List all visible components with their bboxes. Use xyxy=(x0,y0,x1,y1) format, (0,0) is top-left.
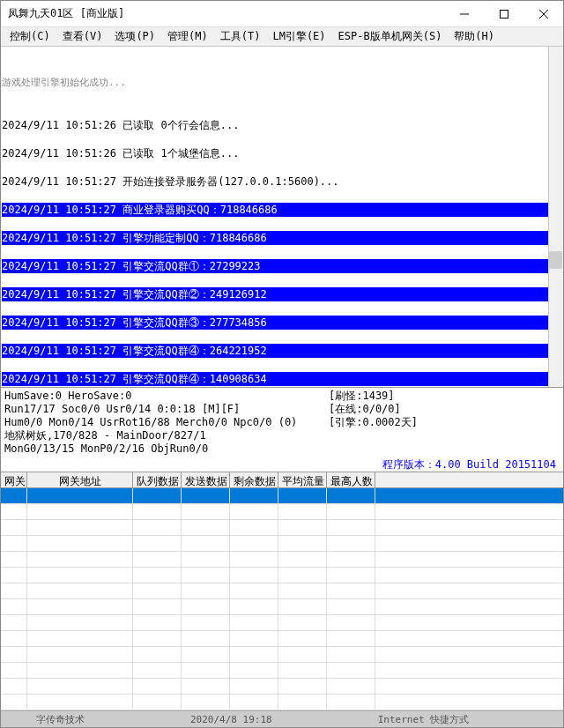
col-avg[interactable]: 平均流量 xyxy=(278,472,327,487)
col-send[interactable]: 发送数据 xyxy=(182,472,230,487)
grid-row[interactable] xyxy=(1,552,563,568)
log-line: 2024/9/11 10:51:27 开始连接登录服务器(127.0.0.1:5… xyxy=(2,175,562,189)
col-address[interactable]: 网关地址 xyxy=(27,472,133,487)
grid-row[interactable] xyxy=(1,536,563,552)
close-icon xyxy=(539,10,548,19)
log-panel[interactable]: 游戏处理引擎初始化成功... 2024/9/11 10:51:26 已读取 0个… xyxy=(1,47,563,387)
maximize-button[interactable] xyxy=(484,1,523,26)
taskbar-item: Internet 快捷方式 xyxy=(378,713,470,726)
menu-help[interactable]: 帮助(H) xyxy=(449,27,500,46)
status-right: [刷怪:1439] [在线:0/0/0] [引擎:0.0002天] xyxy=(325,388,563,457)
col-remain[interactable]: 剩余数据 xyxy=(230,472,278,487)
log-line: 2024/9/11 10:51:26 已读取 0个行会信息... xyxy=(2,118,562,132)
log-line: 2024/9/11 10:51:27 引擎交流QQ群①：27299223 xyxy=(2,259,562,273)
app-window: 凤舞九天01区 [商业版] 控制(C) 查看(V) 选项(P) 管理(M) 工具… xyxy=(0,0,564,728)
grid-row[interactable] xyxy=(1,599,563,615)
menu-tools[interactable]: 工具(T) xyxy=(215,27,266,46)
menu-view[interactable]: 查看(V) xyxy=(57,27,108,46)
grid-row[interactable] xyxy=(1,631,563,647)
status-line: HumSave:0 HeroSave:0 xyxy=(4,390,322,403)
log-line-partial: 游戏处理引擎初始化成功... xyxy=(2,76,562,90)
gateway-grid: 网关 网关地址 队列数据 发送数据 剩余数据 平均流量 最高人数 xyxy=(1,472,563,710)
taskbar-item: 2020/4/8 19:18 xyxy=(190,714,272,725)
grid-row[interactable] xyxy=(1,504,563,520)
grid-row[interactable] xyxy=(1,663,563,679)
log-line: 2024/9/11 10:51:27 商业登录器购买QQ：718846686 xyxy=(2,203,562,217)
log-scrollbar-thumb[interactable] xyxy=(549,251,562,269)
menu-lm[interactable]: LM引擎(E) xyxy=(267,27,330,46)
menubar: 控制(C) 查看(V) 选项(P) 管理(M) 工具(T) LM引擎(E) ES… xyxy=(1,27,563,47)
status-line: Run17/17 Soc0/0 Usr0/14 0:0:18 [M][F] xyxy=(4,403,322,416)
status-line: MonG0/13/15 MonP0/2/16 ObjRun0/0 xyxy=(4,442,322,456)
log-line: 2024/9/11 10:51:27 引擎交流QQ群②：249126912 xyxy=(2,287,562,301)
status-left: HumSave:0 HeroSave:0 Run17/17 Soc0/0 Usr… xyxy=(1,388,325,457)
log-scrollbar[interactable] xyxy=(548,47,563,387)
status-line: [引擎:0.0002天] xyxy=(329,416,560,429)
menu-manage[interactable]: 管理(M) xyxy=(162,27,213,46)
log-line: 2024/9/11 10:51:27 引擎交流QQ群④：140908634 xyxy=(2,372,562,386)
maximize-icon xyxy=(500,10,508,19)
grid-header: 网关 网关地址 队列数据 发送数据 剩余数据 平均流量 最高人数 xyxy=(1,472,563,488)
menu-options[interactable]: 选项(P) xyxy=(109,27,160,46)
grid-row[interactable] xyxy=(1,568,563,583)
minimize-button[interactable] xyxy=(444,1,484,26)
taskbar-item: 字传奇技术 xyxy=(36,713,85,726)
log-line: 2024/9/11 10:51:26 已读取 1个城堡信息... xyxy=(2,146,562,160)
minimize-icon xyxy=(460,10,469,19)
menu-esp[interactable]: ESP-B版单机网关(S) xyxy=(333,27,448,46)
status-line: [刷怪:1439] xyxy=(329,390,560,403)
grid-row[interactable] xyxy=(1,615,563,631)
grid-row[interactable] xyxy=(1,695,563,710)
status-line: Hum0/0 Mon0/14 UsrRot16/88 Merch0/0 Npc0… xyxy=(4,416,322,429)
status-line: [在线:0/0/0] xyxy=(329,403,560,416)
status-panel: HumSave:0 HeroSave:0 Run17/17 Soc0/0 Usr… xyxy=(1,387,563,457)
col-max[interactable]: 最高人数 xyxy=(327,472,375,487)
col-queue[interactable]: 队列数据 xyxy=(133,472,182,487)
grid-row[interactable] xyxy=(1,583,563,599)
svg-rect-1 xyxy=(500,10,508,18)
close-button[interactable] xyxy=(523,1,563,26)
menu-control[interactable]: 控制(C) xyxy=(4,27,56,46)
status-line: 地狱树妖,170/828 - MainDoor/827/1 xyxy=(4,429,322,442)
grid-row-selected[interactable] xyxy=(1,488,563,504)
version-line: 程序版本：4.00 Build 20151104 xyxy=(1,457,563,472)
col-gateway[interactable]: 网关 xyxy=(1,472,27,487)
taskbar-peek: 字传奇技术 2020/4/8 19:18 Internet 快捷方式 xyxy=(1,710,563,727)
titlebar: 凤舞九天01区 [商业版] xyxy=(1,1,563,27)
log-line: 2024/9/11 10:51:27 引擎交流QQ群③：277734856 xyxy=(2,316,562,330)
window-title: 凤舞九天01区 [商业版] xyxy=(8,6,444,21)
log-line: 2024/9/11 10:51:27 引擎功能定制QQ：718846686 xyxy=(2,231,562,245)
grid-row[interactable] xyxy=(1,520,563,536)
grid-row[interactable] xyxy=(1,647,563,663)
grid-body[interactable] xyxy=(1,488,563,710)
log-line: 2024/9/11 10:51:27 引擎交流QQ群④：264221952 xyxy=(2,344,562,358)
grid-row[interactable] xyxy=(1,679,563,695)
